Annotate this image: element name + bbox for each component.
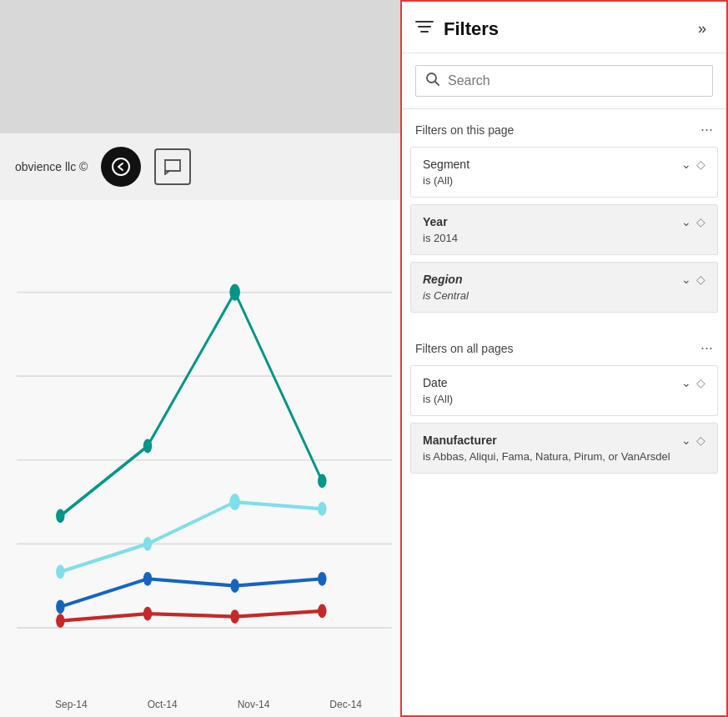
svg-point-11	[143, 537, 152, 551]
filter-card-segment: Segment ⌄ ◇ is (All)	[410, 147, 718, 198]
filter-region-value: is Central	[423, 289, 705, 302]
filters-panel: Filters » Filters on this page ··· Segme…	[400, 0, 728, 717]
filter-card-year-header: Year ⌄ ◇	[423, 215, 705, 228]
filter-segment-clear[interactable]: ◇	[696, 158, 705, 171]
svg-point-6	[56, 509, 64, 523]
filter-card-region: Region ⌄ ◇ is Central	[410, 262, 718, 313]
filter-date-name: Date	[423, 376, 448, 389]
filter-card-manufacturer-header: Manufacturer ⌄ ◇	[423, 434, 705, 447]
filter-manufacturer-value: is Abbas, Aliqui, Fama, Natura, Pirum, o…	[423, 450, 705, 463]
filter-card-manufacturer: Manufacturer ⌄ ◇ is Abbas, Aliqui, Fama,…	[410, 423, 718, 474]
filter-year-actions: ⌄ ◇	[681, 215, 705, 228]
chart-canvas: Sep-14 Oct-14 Nov-14 Dec-14	[0, 200, 400, 717]
filter-year-name: Year	[423, 215, 448, 228]
filters-title: Filters	[444, 18, 499, 40]
filters-on-page-more[interactable]: ···	[700, 121, 713, 138]
filters-title-group: Filters	[415, 18, 499, 40]
svg-point-17	[318, 572, 326, 586]
filters-all-pages-label: Filters on all pages	[415, 342, 514, 355]
brand-text: obvience llc ©	[15, 160, 88, 173]
svg-point-15	[143, 572, 152, 586]
svg-point-12	[229, 494, 240, 510]
svg-point-14	[56, 599, 64, 614]
filter-date-chevron[interactable]: ⌄	[681, 376, 691, 389]
search-input[interactable]	[448, 73, 702, 88]
filter-date-actions: ⌄ ◇	[681, 376, 705, 389]
x-label-sep: Sep-14	[55, 699, 88, 710]
search-icon	[426, 73, 439, 89]
filter-card-region-header: Region ⌄ ◇	[423, 273, 705, 286]
x-axis-labels: Sep-14 Oct-14 Nov-14 Dec-14	[0, 695, 400, 710]
filters-all-pages-header: Filters on all pages ···	[402, 328, 726, 365]
svg-point-19	[143, 607, 152, 621]
filter-manufacturer-name: Manufacturer	[423, 434, 497, 447]
filter-region-chevron[interactable]: ⌄	[681, 273, 691, 286]
svg-point-16	[230, 579, 238, 593]
chat-icon[interactable]	[154, 148, 191, 185]
filter-date-value: is (All)	[423, 393, 705, 405]
filter-segment-value: is (All)	[423, 174, 705, 187]
svg-point-20	[230, 609, 238, 624]
svg-line-26	[435, 82, 439, 86]
filter-manufacturer-actions: ⌄ ◇	[681, 434, 705, 447]
filters-header: Filters »	[402, 2, 726, 53]
filter-card-segment-header: Segment ⌄ ◇	[423, 158, 705, 171]
filter-date-clear[interactable]: ◇	[696, 376, 705, 389]
filter-year-value: is 2014	[423, 232, 705, 244]
line-chart-svg	[17, 208, 392, 684]
svg-point-8	[229, 284, 240, 301]
filters-on-page-label: Filters on this page	[415, 123, 514, 137]
filter-segment-chevron[interactable]: ⌄	[681, 158, 691, 171]
filter-year-clear[interactable]: ◇	[696, 215, 705, 228]
search-container	[402, 53, 726, 109]
back-icon[interactable]	[101, 147, 141, 187]
svg-point-10	[56, 565, 64, 579]
filter-manufacturer-clear[interactable]: ◇	[696, 434, 705, 447]
filter-region-name: Region	[423, 273, 462, 286]
filter-card-date: Date ⌄ ◇ is (All)	[410, 365, 718, 416]
svg-point-21	[318, 604, 326, 618]
filter-segment-name: Segment	[423, 158, 469, 171]
svg-point-13	[318, 502, 326, 516]
search-box[interactable]	[415, 65, 713, 97]
chart-area: obvience llc ©	[0, 0, 400, 717]
filter-manufacturer-chevron[interactable]: ⌄	[681, 434, 691, 447]
svg-point-18	[56, 614, 64, 628]
filters-all-pages-more[interactable]: ···	[700, 339, 713, 357]
svg-point-0	[113, 158, 129, 175]
chart-branding: obvience llc ©	[0, 133, 400, 200]
chart-header	[0, 0, 400, 133]
filters-on-page-header: Filters on this page ···	[402, 109, 726, 147]
filter-icon	[415, 19, 434, 38]
filters-collapse-button[interactable]: »	[691, 17, 713, 41]
x-label-dec: Dec-14	[329, 699, 362, 710]
x-label-nov: Nov-14	[238, 699, 270, 710]
filter-year-chevron[interactable]: ⌄	[681, 215, 691, 228]
filter-segment-actions: ⌄ ◇	[681, 158, 705, 171]
filter-card-date-header: Date ⌄ ◇	[423, 376, 705, 389]
x-label-oct: Oct-14	[148, 699, 178, 710]
filter-card-year: Year ⌄ ◇ is 2014	[410, 204, 718, 255]
svg-point-7	[143, 439, 152, 454]
filter-region-clear[interactable]: ◇	[696, 273, 705, 286]
svg-point-9	[318, 474, 326, 489]
filter-region-actions: ⌄ ◇	[681, 273, 705, 286]
